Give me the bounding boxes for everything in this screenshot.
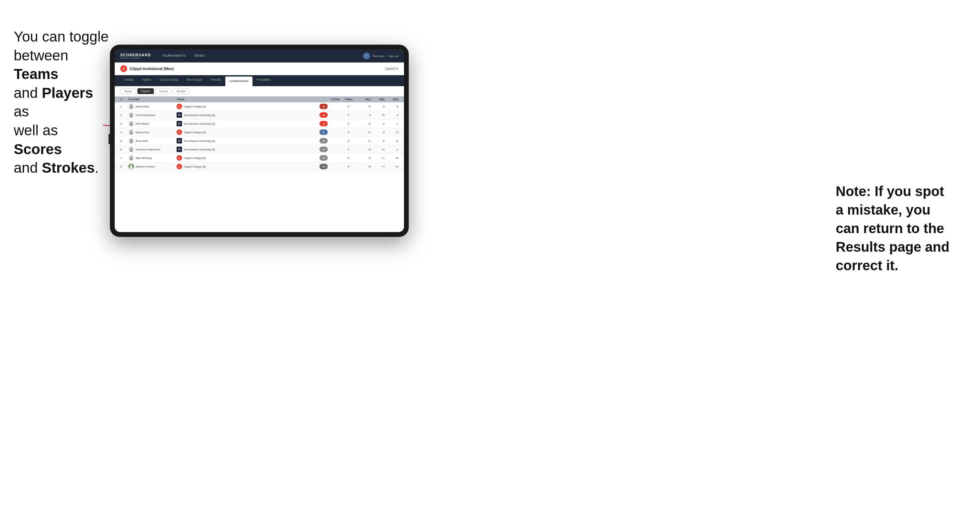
player-cell-3: Rich Butler — [129, 121, 177, 126]
table-header: # PLAYER TEAM TOTAL THRU RD1 RD2 RD3 — [115, 97, 404, 102]
sub-tab-teams[interactable]: Teams — [120, 88, 136, 94]
rd1-3: +1 — [357, 122, 371, 125]
svg-point-5 — [130, 122, 132, 124]
total-cell-7: +6 — [320, 155, 340, 161]
team-name-2: Scoreboard University [A] — [184, 114, 215, 117]
tab-course-setup[interactable]: Course Setup — [155, 75, 182, 86]
sub-tab-scores[interactable]: Scores — [155, 88, 172, 94]
svg-point-11 — [130, 148, 132, 150]
tablet-screen: SCOREBOARD Powered by clippd TOURNAMENTS… — [115, 49, 404, 232]
scoreboard-logo: SCOREBOARD Powered by clippd — [120, 53, 151, 59]
rd2-8: +7 — [371, 165, 385, 168]
col-rd2: RD2 — [371, 98, 385, 101]
team-logo-1: C — [177, 104, 182, 109]
team-cell-3: SU Scoreboard University [A] — [177, 121, 245, 126]
team-name-5: Scoreboard University [A] — [184, 140, 215, 143]
tablet-frame: SCOREBOARD Powered by clippd TOURNAMENTS… — [110, 44, 409, 237]
player-cell-1: Elliot Ebert — [129, 104, 177, 109]
rd1-6: +5 — [357, 148, 371, 151]
player-name-7: Blair McHarg — [136, 157, 151, 160]
rd2-2: +5 — [371, 114, 385, 117]
annotation-line3: and Players as — [14, 85, 93, 120]
rank-4: 4 — [120, 131, 129, 134]
player-name-1: Elliot Ebert — [136, 105, 149, 108]
nav-tournaments[interactable]: TOURNAMENTS — [158, 49, 189, 62]
right-annotation: Note: If you spota mistake, youcan retur… — [836, 182, 966, 275]
thru-4: F — [340, 131, 357, 134]
cancel-button[interactable]: Cancel ✕ — [385, 67, 398, 70]
rd2-1: -6 — [371, 105, 385, 108]
team-logo-3: SU — [177, 121, 182, 126]
avatar-2 — [129, 112, 134, 118]
rd1-7: +2 — [357, 157, 371, 160]
team-name-1: Clippd College [A] — [184, 105, 206, 108]
score-badge-1: -8 — [320, 104, 328, 109]
score-badge-3: -2 — [320, 121, 328, 126]
player-name-5: Rees Britt — [136, 140, 148, 143]
player-name-3: Rich Butler — [136, 122, 149, 125]
tab-details[interactable]: Details — [120, 75, 138, 86]
tab-results[interactable]: Results — [207, 75, 225, 86]
col-team: TEAM — [177, 98, 245, 101]
avatar-1 — [129, 104, 134, 109]
total-cell-6: +4 — [320, 147, 340, 152]
team-name-4: Clippd College [A] — [184, 131, 206, 134]
avatar-7 — [129, 155, 134, 161]
thru-6: F — [340, 148, 357, 151]
player-name-2: Chris Robertson — [136, 114, 156, 117]
team-name-6: Scoreboard University [A] — [184, 148, 215, 151]
tab-leaderboards[interactable]: Leaderboards — [225, 76, 253, 86]
tournament-header: C Clippd Invitational (Men) Cancel ✕ — [115, 62, 404, 75]
sub-tab-strokes[interactable]: Strokes — [173, 88, 189, 94]
rd3-1: -5 — [385, 105, 398, 108]
rd3-4: +3 — [385, 131, 398, 134]
tab-teams[interactable]: Teams — [138, 75, 156, 86]
rank-2: 2 — [120, 114, 129, 117]
avatar-8 — [129, 164, 134, 169]
nav-teams[interactable]: TEAMS — [190, 49, 209, 62]
rank-8: 8 — [120, 165, 129, 168]
note-label: Note: If you spota mistake, youcan retur… — [836, 184, 950, 273]
leaderboard-table: # PLAYER TEAM TOTAL THRU RD1 RD2 RD3 1 E… — [115, 97, 404, 232]
rd1-8: +2 — [357, 165, 371, 168]
header-right: T Test User | Sign out — [363, 52, 398, 59]
thru-3: F — [340, 122, 357, 125]
annotation-line2: between Teams — [14, 48, 68, 83]
thru-2: F — [340, 114, 357, 117]
tab-tee-groups[interactable]: Tee Groups — [182, 75, 207, 86]
col-thru: THRU — [340, 98, 357, 101]
col-rd3: RD3 — [385, 98, 398, 101]
col-total: TOTAL — [320, 98, 340, 101]
team-name-7: Clippd College [A] — [184, 157, 206, 160]
team-cell-5: SU Scoreboard University [A] — [177, 138, 245, 143]
player-cell-4: David Ford — [129, 129, 177, 135]
sub-tab-players[interactable]: Players — [137, 88, 154, 94]
player-cell-8: Marcus Turners — [129, 164, 177, 169]
app-header: SCOREBOARD Powered by clippd TOURNAMENTS… — [115, 49, 404, 62]
rd3-8: +2 — [385, 165, 398, 168]
tournament-logo: C — [120, 65, 127, 72]
annotation-line1: You can toggle — [14, 29, 108, 44]
team-logo-7: C — [177, 155, 182, 161]
logo-title: SCOREBOARD — [120, 53, 151, 57]
rd1-4: +1 — [357, 131, 371, 134]
rd3-7: +6 — [385, 157, 398, 160]
total-cell-4: E — [320, 129, 340, 135]
bold-players: Players — [42, 85, 93, 101]
tab-navigation: Details Teams Course Setup Tee Groups Re… — [115, 75, 404, 86]
table-row: 4 David Ford C Clippd College [A] E F +1 — [115, 128, 404, 137]
rd3-3: -1 — [385, 122, 398, 125]
sign-out-button[interactable]: Sign out — [388, 55, 398, 58]
player-name-4: David Ford — [136, 131, 149, 134]
rank-6: 6 — [120, 148, 129, 151]
team-cell-8: C Clippd College [A] — [177, 164, 245, 169]
sub-tab-bar: Teams Players Scores Strokes — [115, 86, 404, 97]
svg-point-10 — [130, 141, 133, 143]
tab-printables[interactable]: Printables — [253, 75, 274, 86]
user-avatar: T — [363, 52, 370, 59]
player-name-6: Cameron Robertson — [136, 148, 161, 151]
svg-point-13 — [130, 156, 132, 158]
rank-1: 1 — [120, 105, 129, 108]
svg-point-14 — [130, 158, 133, 160]
svg-point-3 — [130, 113, 132, 115]
